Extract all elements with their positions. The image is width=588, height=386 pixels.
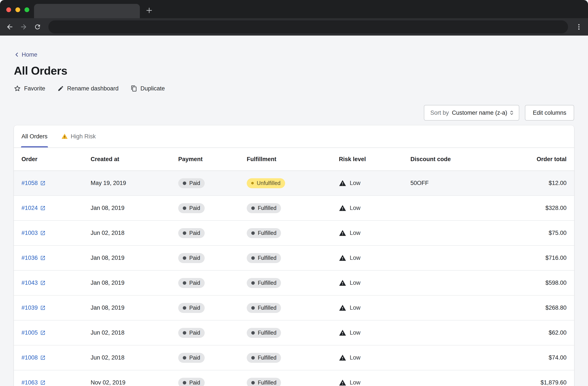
order-number: #1058 [21, 180, 38, 187]
tab-all-orders[interactable]: All Orders [21, 125, 47, 148]
risk-level-cell: Low [339, 279, 410, 287]
sort-value-label: Customer name (z-a) [452, 109, 507, 116]
created-at-cell: Nov 02, 2019 [91, 379, 178, 386]
favorite-button[interactable]: Favorite [14, 85, 45, 92]
payment-badge: Paid [178, 353, 205, 363]
risk-warning-icon [339, 304, 346, 312]
risk-level-label: Low [350, 354, 360, 361]
risk-warning-icon [339, 180, 346, 187]
external-link-icon [40, 305, 45, 311]
badge-dot [251, 306, 255, 310]
risk-level-label: Low [350, 379, 360, 386]
order-link[interactable]: #1003 [21, 230, 45, 236]
order-total-cell: $328.00 [497, 205, 567, 212]
favorite-label: Favorite [24, 85, 45, 92]
external-link-icon [40, 280, 45, 286]
risk-warning-icon [339, 379, 346, 386]
created-at-cell: Jan 08, 2019 [91, 255, 178, 261]
column-header: Risk level [339, 156, 410, 163]
order-total-cell: $1,879.60 [497, 379, 567, 386]
table-controls: Sort by Customer name (z-a) Edit columns [14, 105, 574, 121]
star-icon [14, 85, 21, 92]
order-total-cell: $62.00 [497, 329, 567, 336]
badge-dot [251, 381, 255, 385]
browser-window: Home All Orders Favorite Rename dashboar… [0, 0, 588, 386]
order-link[interactable]: #1039 [21, 304, 45, 311]
order-link[interactable]: #1043 [21, 279, 45, 286]
risk-level-cell: Low [339, 379, 410, 386]
forward-button[interactable] [17, 20, 31, 34]
external-link-icon [40, 355, 45, 360]
order-number: #1039 [21, 304, 38, 311]
browser-tab[interactable] [34, 4, 140, 18]
risk-warning-icon [339, 254, 346, 262]
kebab-menu-icon [575, 23, 583, 31]
table-row: #1005Jun 02, 2018PaidFulfilledLow$62.00 [14, 321, 574, 345]
edit-columns-button[interactable]: Edit columns [525, 105, 574, 121]
breadcrumb[interactable]: Home [14, 51, 37, 58]
payment-badge: Paid [178, 253, 205, 263]
minimize-window-button[interactable] [15, 7, 20, 12]
reload-button[interactable] [31, 20, 44, 34]
created-at-cell: Jun 02, 2018 [91, 354, 178, 361]
column-header: Order total [497, 156, 567, 163]
order-number: #1005 [21, 329, 38, 336]
payment-badge: Paid [178, 328, 205, 338]
duplicate-button[interactable]: Duplicate [131, 85, 165, 92]
external-link-icon [40, 205, 45, 211]
sort-select[interactable]: Sort by Customer name (z-a) [424, 105, 520, 121]
tab-all-orders-label: All Orders [21, 133, 47, 140]
table-row: #1003Jun 02, 2018PaidFulfilledLow$75.00 [14, 221, 574, 246]
risk-level-cell: Low [339, 229, 410, 237]
badge-dot [251, 356, 255, 360]
payment-badge: Paid [178, 178, 205, 188]
order-total-cell: $598.00 [497, 279, 567, 286]
browser-menu-button[interactable] [572, 20, 586, 34]
column-header: Created at [91, 156, 178, 163]
order-total-cell: $12.00 [497, 180, 567, 187]
tab-high-risk[interactable]: High Risk [61, 125, 96, 148]
orders-card: All Orders High Risk OrderCreated atPaym… [14, 125, 574, 386]
badge-dot [251, 256, 255, 260]
new-tab-button[interactable] [144, 5, 154, 16]
badge-dot [183, 181, 186, 185]
order-total-cell: $74.00 [497, 354, 567, 361]
order-link[interactable]: #1008 [21, 354, 45, 361]
column-header: Order [21, 156, 91, 163]
external-link-icon [40, 255, 45, 261]
address-bar[interactable] [48, 20, 568, 33]
fulfillment-badge: Fulfilled [247, 328, 281, 338]
risk-level-cell: Low [339, 254, 410, 262]
back-button[interactable] [3, 20, 17, 34]
dashboard-actions: Favorite Rename dashboard Duplicate [14, 84, 574, 93]
order-link[interactable]: #1005 [21, 329, 45, 336]
close-window-button[interactable] [6, 7, 11, 12]
zoom-window-button[interactable] [24, 7, 29, 12]
rename-dashboard-button[interactable]: Rename dashboard [58, 85, 119, 92]
fulfillment-badge: Fulfilled [247, 253, 281, 263]
risk-level-cell: Low [339, 205, 410, 212]
order-number: #1008 [21, 354, 38, 361]
external-link-icon [40, 380, 45, 385]
page-content: Home All Orders Favorite Rename dashboar… [0, 36, 588, 386]
risk-level-label: Low [350, 255, 360, 261]
table-row: #1036Jan 08, 2019PaidFulfilledLow$716.00 [14, 246, 574, 271]
order-number: #1063 [21, 379, 38, 386]
risk-warning-icon [339, 329, 346, 337]
risk-warning-icon [339, 354, 346, 362]
order-link[interactable]: #1024 [21, 205, 45, 212]
order-total-cell: $75.00 [497, 230, 567, 236]
browser-toolbar [0, 18, 588, 36]
order-link[interactable]: #1036 [21, 255, 45, 261]
fulfillment-badge: Fulfilled [247, 228, 281, 238]
back-arrow-icon [6, 23, 14, 31]
risk-level-cell: Low [339, 180, 410, 187]
table-row: #1039Jan 08, 2019PaidFulfilledLow$268.80 [14, 296, 574, 321]
reload-icon [34, 23, 41, 31]
order-link[interactable]: #1063 [21, 379, 45, 386]
created-at-cell: Jan 08, 2019 [91, 304, 178, 311]
fulfillment-badge: Fulfilled [247, 378, 281, 386]
badge-dot [251, 206, 255, 210]
badge-dot [251, 281, 255, 285]
order-link[interactable]: #1058 [21, 180, 45, 187]
